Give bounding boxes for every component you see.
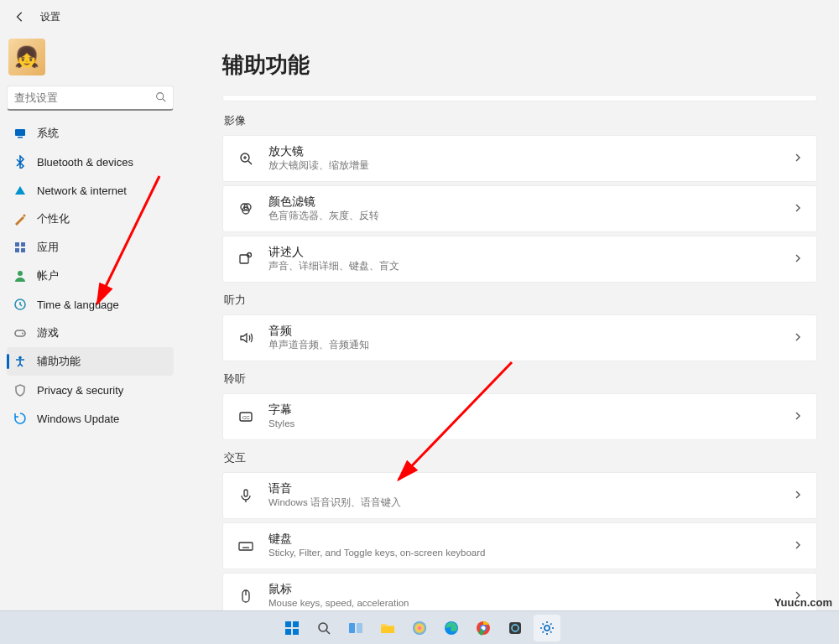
svg-rect-7 — [15, 248, 19, 252]
sidebar-item-update[interactable]: Windows Update — [7, 404, 174, 433]
card-subtitle: Styles — [268, 418, 793, 430]
settings-card-keyboard[interactable]: 键盘 Sticky, Filter, and Toggle keys, on-s… — [222, 522, 817, 569]
card-subtitle: 色盲筛选器、灰度、反转 — [268, 210, 793, 222]
page-title: 辅助功能 — [222, 50, 817, 80]
chevron-right-icon — [793, 538, 803, 553]
card-subtitle: 放大镜阅读、缩放增量 — [268, 159, 793, 172]
magnifier-icon — [237, 150, 255, 167]
header-card-stub — [222, 95, 817, 101]
sidebar-item-personalize[interactable]: 个性化 — [7, 205, 174, 233]
taskbar-start-button[interactable] — [279, 615, 305, 641]
sidebar-item-system[interactable]: 系统 — [7, 119, 174, 148]
chevron-right-icon — [793, 201, 803, 216]
card-title: 颜色滤镜 — [268, 195, 793, 209]
sidebar-item-network[interactable]: Network & internet — [7, 176, 174, 205]
settings-card-mouse[interactable]: 鼠标 Mouse keys, speed, acceleration — [222, 573, 817, 610]
speech-icon — [237, 487, 255, 504]
card-title: 音频 — [268, 325, 793, 338]
sidebar-item-bluetooth[interactable]: Bluetooth & devices — [7, 148, 174, 176]
sidebar-item-privacy[interactable]: Privacy & security — [7, 376, 174, 404]
card-subtitle: Windows 语音识别、语音键入 — [268, 496, 793, 509]
sidebar-item-label: 帐户 — [37, 268, 59, 283]
main-content: 辅助功能 影像 放大镜 放大镜阅读、缩放增量 颜色滤镜 色盲筛选器、灰度、反转 … — [180, 34, 839, 610]
audio-icon — [237, 330, 255, 346]
mouse-icon — [237, 588, 255, 605]
accessibility-icon — [13, 355, 27, 368]
card-title: 讲述人 — [268, 246, 793, 259]
svg-rect-11 — [15, 330, 25, 336]
svg-rect-41 — [293, 629, 299, 635]
svg-point-12 — [22, 333, 23, 335]
svg-rect-5 — [15, 242, 19, 247]
sidebar-item-label: Network & internet — [37, 184, 127, 197]
settings-card-audio[interactable]: 音频 单声道音频、音频通知 — [222, 314, 817, 361]
settings-card-magnifier[interactable]: 放大镜 放大镜阅读、缩放增量 — [222, 135, 817, 182]
card-subtitle: 单声道音频、音频通知 — [268, 339, 793, 351]
card-title: 鼠标 — [268, 583, 793, 596]
settings-card-speech[interactable]: 语音 Windows 语音识别、语音键入 — [222, 472, 817, 519]
card-title: 放大镜 — [268, 145, 793, 158]
search-icon — [155, 91, 166, 106]
svg-rect-2 — [15, 129, 25, 136]
taskbar-explorer-button[interactable] — [374, 615, 401, 641]
svg-point-42 — [319, 623, 327, 631]
settings-card-colorfilter[interactable]: 颜色滤镜 色盲筛选器、灰度、反转 — [222, 185, 817, 232]
sidebar-item-label: 应用 — [37, 240, 59, 255]
chevron-right-icon — [793, 409, 803, 424]
sidebar-item-apps[interactable]: 应用 — [7, 233, 174, 262]
svg-rect-6 — [21, 242, 25, 247]
svg-point-47 — [413, 621, 426, 635]
chevron-right-icon — [793, 330, 803, 345]
time-icon — [13, 298, 27, 311]
svg-rect-3 — [18, 137, 23, 138]
section-label: 听力 — [224, 293, 817, 308]
chevron-right-icon — [793, 151, 803, 166]
card-subtitle: Sticky, Filter, and Toggle keys, on-scre… — [268, 547, 793, 559]
sidebar-item-label: 系统 — [37, 126, 59, 141]
sidebar: 👧 系统Bluetooth & devicesNetwork & interne… — [0, 34, 180, 610]
svg-point-4 — [23, 215, 26, 217]
sidebar-item-gaming[interactable]: 游戏 — [7, 319, 174, 347]
search-box[interactable] — [7, 86, 174, 111]
svg-line-43 — [326, 631, 330, 634]
taskbar-taskview-button[interactable] — [342, 615, 369, 641]
svg-rect-26 — [239, 543, 253, 550]
settings-card-narrator[interactable]: 讲述人 声音、详细详细、键盘、盲文 — [222, 236, 817, 283]
sidebar-item-time[interactable]: Time & language — [7, 290, 174, 319]
card-subtitle: 声音、详细详细、键盘、盲文 — [268, 260, 793, 273]
card-title: 键盘 — [268, 532, 793, 546]
taskbar-chrome-button[interactable] — [470, 615, 497, 641]
app-title: 设置 — [40, 10, 60, 24]
search-input[interactable] — [14, 91, 155, 104]
svg-rect-8 — [21, 248, 25, 252]
svg-rect-45 — [357, 623, 362, 633]
sidebar-item-label: Time & language — [37, 299, 119, 311]
update-icon — [13, 412, 27, 425]
network-icon — [13, 184, 27, 197]
settings-card-captions[interactable]: CC 字幕 Styles — [222, 393, 817, 440]
section-label: 交互 — [224, 450, 817, 465]
taskbar — [0, 610, 839, 644]
privacy-icon — [13, 383, 27, 397]
narrator-icon — [237, 251, 255, 267]
user-avatar[interactable]: 👧 — [8, 39, 45, 75]
back-button[interactable] — [12, 8, 29, 25]
sidebar-item-accounts[interactable]: 帐户 — [7, 262, 174, 290]
svg-point-54 — [545, 626, 550, 631]
taskbar-edge-button[interactable] — [438, 615, 465, 641]
taskbar-settings-button[interactable] — [534, 615, 560, 641]
card-title: 字幕 — [268, 403, 793, 417]
svg-point-13 — [18, 356, 22, 360]
svg-line-15 — [248, 161, 252, 164]
taskbar-search-button[interactable] — [310, 615, 337, 641]
taskbar-app-1[interactable] — [406, 615, 433, 641]
taskbar-app-2[interactable] — [502, 615, 529, 641]
sidebar-item-accessibility[interactable]: 辅助功能 — [7, 347, 174, 376]
apps-icon — [13, 241, 27, 254]
sidebar-item-label: Privacy & security — [37, 384, 123, 397]
svg-rect-52 — [509, 622, 521, 634]
bluetooth-icon — [13, 155, 27, 169]
svg-rect-39 — [293, 621, 299, 627]
sidebar-item-label: Windows Update — [37, 413, 119, 425]
svg-point-0 — [157, 92, 164, 99]
